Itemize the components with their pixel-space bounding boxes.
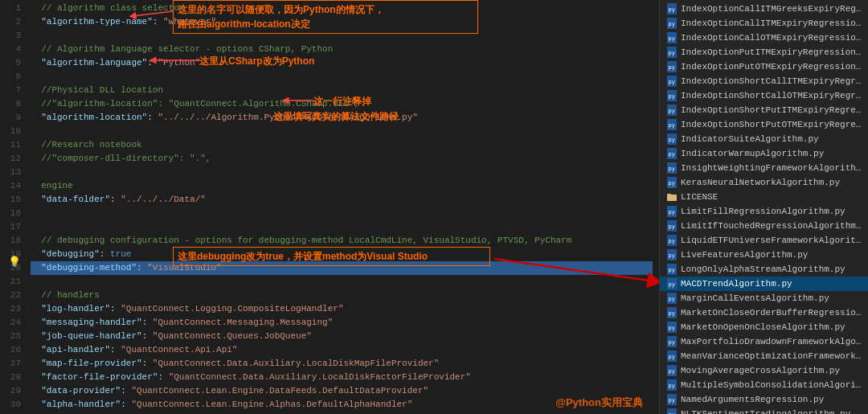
lightbulb-indicator[interactable]: 💡 [8, 256, 21, 268]
line-numbers: 12345 678910 1112131415 1617181920 21222… [0, 0, 24, 414]
file-item-3[interactable]: pyIndexOptionPutITMExpiryRegressionAlgor… [660, 45, 868, 59]
file-item-21[interactable]: pyMarketOnCloseOrderBufferRegressionAlgo… [660, 305, 868, 320]
file-item-20[interactable]: pyMarginCallEventsAlgorithm.py [660, 291, 868, 305]
svg-text:py: py [669, 122, 675, 129]
code-editor[interactable]: 12345 678910 1112131415 1617181920 21222… [0, 0, 659, 414]
svg-text:py: py [669, 281, 675, 288]
code-line-14: engine [31, 179, 653, 193]
file-label-19: MACDTrendAlgorithm.py [681, 279, 792, 289]
code-line-9: "algorithm-location": "../../../Algorith… [31, 111, 653, 125]
file-item-10[interactable]: pyIndicatorWarmupAlgorithm.py [660, 146, 868, 161]
file-item-17[interactable]: pyLiveFeaturesAlgorithm.py [660, 248, 868, 262]
py-file-icon: py [666, 32, 678, 43]
code-line-6 [31, 70, 653, 84]
svg-rect-30 [667, 195, 677, 201]
file-label-8: IndexOptionShortPutOTMExpiryRegressionAl… [681, 120, 865, 129]
file-label-10: IndicatorWarmupAlgorithm.py [681, 149, 824, 158]
code-panel: 12345 678910 1112131415 1617181920 21222… [0, 0, 659, 414]
code-line-21 [31, 275, 653, 289]
file-item-7[interactable]: pyIndexOptionShortPutITMExpiryRegression… [660, 103, 868, 117]
py-file-icon: py [666, 3, 678, 14]
code-line-23: "log-handler": "QuantConnect.Logging.Com… [31, 302, 653, 316]
py-file-icon: py [666, 162, 678, 174]
py-file-icon: py [666, 220, 678, 232]
code-line-3 [31, 29, 653, 43]
file-item-15[interactable]: pyLimitIfTouchedRegressionAlgorithm.py [660, 219, 868, 233]
py-file-icon: py [666, 177, 678, 188]
code-line-11: //Research notebook [31, 138, 653, 152]
py-file-icon: py [666, 350, 678, 362]
watermark: @Python实用宝典 [555, 396, 643, 410]
svg-text:py: py [669, 354, 675, 360]
py-file-icon: py [666, 278, 678, 289]
svg-text:py: py [669, 325, 675, 331]
svg-text:py: py [669, 166, 675, 172]
file-item-1[interactable]: pyIndexOptionCallITMExpiryRegressionAlgo… [660, 16, 868, 31]
file-item-27[interactable]: pyNamedArgumentsRegression.py [660, 392, 868, 407]
svg-text:py: py [669, 35, 675, 42]
file-label-3: IndexOptionPutITMExpiryRegressionAlgorit… [681, 47, 865, 57]
file-item-18[interactable]: pyLongOnlyAlphaStreamAlgorithm.py [660, 262, 868, 277]
svg-text:py: py [669, 180, 675, 187]
code-line-17 [31, 220, 653, 234]
folder-icon [666, 191, 678, 203]
svg-text:py: py [669, 151, 675, 158]
svg-text:py: py [669, 223, 675, 230]
file-item-2[interactable]: pyIndexOptionCallOTMExpiryRegressionAlgo… [660, 31, 868, 45]
py-file-icon: py [666, 365, 678, 376]
file-label-17: LiveFeaturesAlgorithm.py [681, 250, 808, 260]
file-item-6[interactable]: pyIndexOptionShortCallOTMExpiryRegressio… [660, 88, 868, 103]
file-item-12[interactable]: pyKerasNeuralNetworkAlgorithm.py [660, 175, 868, 190]
py-file-icon: py [666, 264, 678, 275]
file-item-11[interactable]: pyInsightWeightingFrameworkAlgorithm.py [660, 161, 868, 175]
file-label-12: KerasNeuralNetworkAlgorithm.py [681, 178, 840, 187]
py-file-icon: py [666, 105, 678, 116]
file-item-25[interactable]: pyMovingAverageCrossAlgorithm.py [660, 363, 868, 378]
code-line-18: // debugging configuration - options for… [31, 234, 653, 248]
file-label-1: IndexOptionCallITMExpiryRegressionAlgori… [681, 18, 865, 28]
file-item-24[interactable]: pyMeanVarianceOptimizationFrameworkAlgor… [660, 349, 868, 363]
code-line-27: "map-file-provider": "QuantConnect.Data.… [31, 357, 653, 371]
svg-text:py: py [669, 79, 675, 85]
py-file-icon: py [666, 249, 678, 260]
py-file-icon: py [666, 408, 678, 414]
file-item-16[interactable]: pyLiquidETFUniverseFrameworkAlgorithm.py [660, 233, 868, 248]
code-line-22: // handlers [31, 289, 653, 302]
py-file-icon: py [666, 133, 678, 145]
file-label-9: IndicatorSuiteAlgorithm.py [681, 134, 819, 144]
svg-text:py: py [669, 383, 675, 389]
py-file-icon: py [666, 119, 678, 130]
py-file-icon: py [666, 394, 678, 405]
py-file-icon: py [666, 293, 678, 304]
file-item-28[interactable]: pyNLTKSentimentTradingAlgorithm.py [660, 407, 868, 414]
file-panel: pyIndexOptionCallITMGreeksExpiryRegressi… [659, 0, 868, 414]
code-content[interactable]: // algorithm class selector "algorithm-t… [24, 0, 659, 414]
file-label-28: NLTKSentimentTradingAlgorithm.py [681, 409, 850, 414]
file-item-14[interactable]: pyLimitFillRegressionAlgorithm.py [660, 204, 868, 219]
svg-text:py: py [669, 252, 675, 259]
code-line-1: // algorithm class selector [31, 2, 653, 15]
file-item-19[interactable]: pyMACDTrendAlgorithm.py [660, 277, 868, 291]
file-label-4: IndexOptionPutOTMExpiryRegressionAlgorit… [681, 62, 865, 72]
file-item-5[interactable]: pyIndexOptionShortCallITMExpiryRegressio… [660, 74, 868, 88]
svg-text:py: py [669, 6, 675, 13]
file-item-13[interactable]: LICENSE [660, 190, 868, 204]
file-item-9[interactable]: pyIndicatorSuiteAlgorithm.py [660, 132, 868, 146]
file-item-8[interactable]: pyIndexOptionShortPutOTMExpiryRegression… [660, 117, 868, 132]
file-label-20: MarginCallEventsAlgorithm.py [681, 293, 829, 303]
py-file-icon: py [666, 148, 678, 159]
svg-rect-31 [667, 194, 671, 195]
file-item-23[interactable]: pyMaxPortfolioDrawdownFrameworkAlgorithm… [660, 334, 868, 349]
svg-text:py: py [669, 397, 675, 404]
py-file-icon: py [666, 336, 678, 347]
file-label-0: IndexOptionCallITMGreeksExpiryRegression… [681, 4, 865, 14]
code-line-4: // Algorithm language selector - options… [31, 43, 653, 56]
file-item-22[interactable]: pyMarketOnOpenOnCloseAlgorithm.py [660, 320, 868, 334]
file-item-26[interactable]: pyMultipleSymbolConsolidationAlgorithm.p… [660, 378, 868, 392]
code-line-20: "debugging-method": "VisualStudio" [31, 261, 653, 275]
file-item-4[interactable]: pyIndexOptionPutOTMExpiryRegressionAlgor… [660, 59, 868, 74]
file-item-0[interactable]: pyIndexOptionCallITMGreeksExpiryRegressi… [660, 2, 868, 16]
py-file-icon: py [666, 307, 678, 318]
file-label-6: IndexOptionShortCallOTMExpiryRegressionA… [681, 91, 865, 100]
file-label-16: LiquidETFUniverseFrameworkAlgorithm.py [681, 236, 865, 245]
